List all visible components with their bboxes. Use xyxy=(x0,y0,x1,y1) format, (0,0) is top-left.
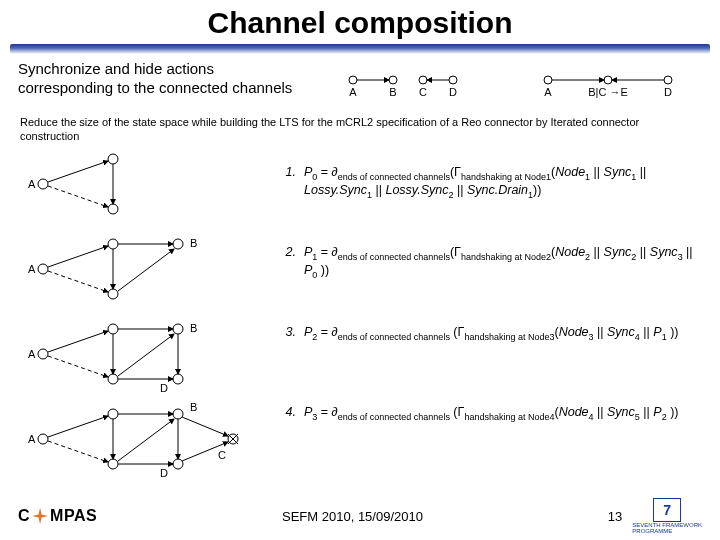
footer: C MPAS SEFM 2010, 15/09/2010 13 7 SEVENT… xyxy=(0,498,720,534)
compas-logo: C MPAS xyxy=(18,507,97,525)
diag4-C: C xyxy=(218,449,226,461)
svg-point-18 xyxy=(108,239,118,249)
sync-line1: Synchronize and hide actions xyxy=(18,60,214,77)
svg-point-8 xyxy=(664,76,672,84)
svg-line-22 xyxy=(48,271,108,292)
svg-line-14 xyxy=(48,161,108,182)
diag3-D: D xyxy=(160,382,168,394)
svg-line-15 xyxy=(48,186,108,207)
svg-point-0 xyxy=(349,76,357,84)
step4-body: P3 = ∂ends of connected channels (Γhands… xyxy=(304,384,702,423)
step-4: 4. P3 = ∂ends of connected channels (Γha… xyxy=(278,384,702,464)
svg-line-32 xyxy=(48,356,108,377)
svg-point-11 xyxy=(38,179,48,189)
step2-body: P1 = ∂ends of connected channels(Γhandsh… xyxy=(304,224,702,281)
svg-line-44 xyxy=(48,416,108,437)
diag3-B: B xyxy=(190,322,197,334)
diag3-A: A xyxy=(28,348,36,360)
compas-c: C xyxy=(18,507,30,525)
sync-hide-text: Synchronize and hide actions correspondi… xyxy=(18,60,338,98)
svg-point-13 xyxy=(108,204,118,214)
svg-point-27 xyxy=(108,324,118,334)
svg-line-45 xyxy=(48,441,108,462)
svg-line-21 xyxy=(48,246,108,267)
step-2: 2. P1 = ∂ends of connected channels(Γhan… xyxy=(278,224,702,304)
step-1: 1. P0 = ∂ends of connected channels(Γhan… xyxy=(278,144,702,224)
channel-chain-diagram: A B C D A B|C →E D xyxy=(338,60,702,110)
svg-point-42 xyxy=(173,459,183,469)
chain-label-BCE: B|C →E xyxy=(588,86,628,98)
step2-num: 2. xyxy=(278,224,296,261)
svg-point-26 xyxy=(38,349,48,359)
diag4-D: D xyxy=(160,467,168,479)
compas-star-icon xyxy=(32,508,48,524)
svg-point-40 xyxy=(108,459,118,469)
fp7-seven: 7 xyxy=(653,498,681,522)
svg-point-29 xyxy=(173,324,183,334)
step3-num: 3. xyxy=(278,304,296,341)
diag2-A: A xyxy=(28,263,36,275)
svg-point-6 xyxy=(544,76,552,84)
chain-label-A2: A xyxy=(544,86,552,98)
chain-label-B: B xyxy=(389,86,396,98)
svg-point-7 xyxy=(604,76,612,84)
svg-point-17 xyxy=(38,264,48,274)
footer-center: SEFM 2010, 15/09/2010 xyxy=(97,509,608,524)
diag4-B: B xyxy=(190,401,197,413)
svg-point-28 xyxy=(108,374,118,384)
title-rule xyxy=(10,44,710,54)
svg-point-3 xyxy=(449,76,457,84)
step1-num: 1. xyxy=(278,144,296,181)
sync-line2: corresponding to the connected channels xyxy=(18,79,292,96)
svg-point-12 xyxy=(108,154,118,164)
svg-point-19 xyxy=(108,289,118,299)
svg-line-25 xyxy=(118,249,174,291)
fp7-logo: 7 SEVENTH FRAMEWORKPROGRAMME xyxy=(632,498,702,534)
svg-point-30 xyxy=(173,374,183,384)
slide-title: Channel composition xyxy=(0,0,720,40)
svg-line-31 xyxy=(48,331,108,352)
chain-label-D2: D xyxy=(664,86,672,98)
svg-point-20 xyxy=(173,239,183,249)
svg-line-48 xyxy=(118,419,174,461)
step3-body: P2 = ∂ends of connected channels (Γhands… xyxy=(304,304,702,343)
svg-point-39 xyxy=(108,409,118,419)
svg-line-35 xyxy=(118,334,174,376)
svg-point-1 xyxy=(389,76,397,84)
step-3: 3. P2 = ∂ends of connected channels (Γha… xyxy=(278,304,702,384)
page-number: 13 xyxy=(608,509,622,524)
diag1-A: A xyxy=(28,178,36,190)
diag2-B: B xyxy=(190,237,197,249)
chain-label-A: A xyxy=(349,86,357,98)
chain-label-D: D xyxy=(449,86,457,98)
fp7-caption: SEVENTH FRAMEWORKPROGRAMME xyxy=(632,522,702,534)
svg-point-38 xyxy=(38,434,48,444)
chain-label-C: C xyxy=(419,86,427,98)
svg-point-41 xyxy=(173,409,183,419)
step4-num: 4. xyxy=(278,384,296,421)
diag4-A: A xyxy=(28,433,36,445)
reduce-text: Reduce the size of the state space while… xyxy=(0,110,720,144)
step1-body: P0 = ∂ends of connected channels(Γhandsh… xyxy=(304,144,702,201)
svg-line-51 xyxy=(182,417,228,436)
connector-diagrams: A A B xyxy=(18,144,278,488)
compas-mpas: MPAS xyxy=(50,507,97,525)
svg-point-2 xyxy=(419,76,427,84)
